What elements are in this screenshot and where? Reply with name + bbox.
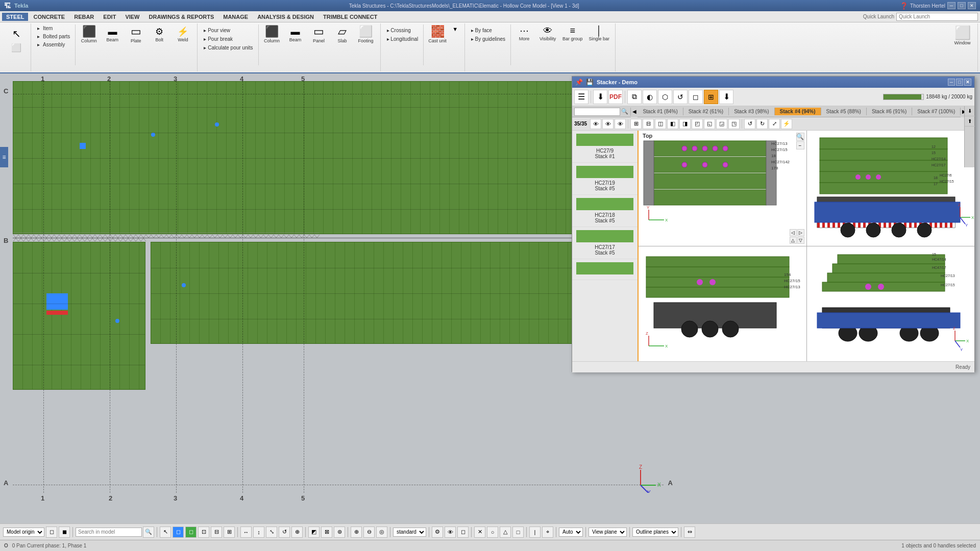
tb-btn-17[interactable]: 👁 [445, 527, 456, 538]
ribbon-side-item[interactable]: ▸ Item [34, 24, 73, 32]
stacker-search-icon[interactable]: 🔍 [621, 108, 628, 115]
tb-select-blue[interactable]: ◻ [173, 527, 184, 538]
help-icon[interactable]: ❓ [900, 2, 908, 10]
menu-item-manage[interactable]: MANAGE [219, 13, 252, 21]
stacker-pin-icon[interactable]: 📌 [575, 79, 583, 86]
stacker-restore-btn[interactable]: □ [956, 79, 963, 86]
pan-left-btn[interactable]: ◁ [790, 229, 797, 236]
ribbon-btn-bargroup[interactable]: ≡ Bar group [560, 24, 585, 43]
tb-btn-6[interactable]: ↕ [253, 527, 264, 538]
search-btn[interactable]: 🔍 [143, 527, 154, 538]
stack-tab-3[interactable]: Stack #3 (98%) [729, 108, 774, 115]
view-panel-top-right[interactable]: HC27/6 HC27/15 HC27/17 HC27/14 15 12 18 … [807, 131, 975, 246]
list-item[interactable]: HC27/17Stack #5 [572, 227, 638, 259]
menu-item-view[interactable]: VIEW [121, 13, 143, 21]
tb-btn-13[interactable]: ⊕ [351, 527, 362, 538]
ribbon-btn-weld[interactable]: ⚡ Weld [172, 24, 194, 45]
menu-item-rebar[interactable]: REBAR [70, 13, 98, 21]
search-input[interactable] [76, 528, 142, 537]
tb-btn-12[interactable]: ⊛ [334, 527, 345, 538]
icon-btn-view1[interactable]: ◫ [655, 119, 666, 129]
stack-tab-4[interactable]: Stack #4 (94%) [775, 108, 821, 115]
stacker-save-icon[interactable]: 💾 [586, 79, 594, 86]
menu-item-edit[interactable]: EDIT [99, 13, 120, 21]
ribbon-longitudinal[interactable]: ▸ Longitudinal [384, 35, 422, 43]
ribbon-btn-column2[interactable]: ⬛ Column [261, 24, 283, 45]
ribbon-pour-break[interactable]: ▸ Pour break [201, 35, 256, 43]
icon-btn-action1[interactable]: ↺ [744, 119, 755, 129]
tb-select-ptr[interactable]: ↖ [160, 527, 171, 538]
right-panel-btn-1[interactable]: ⬇ [965, 106, 975, 116]
stack-tab-6[interactable]: Stack #6 (91%) [867, 108, 912, 115]
tb-btn-19[interactable]: ✕ [474, 527, 485, 538]
close-btn[interactable]: ✕ [968, 2, 976, 9]
stack-tab-7[interactable]: Stack #7 (100%) [912, 108, 961, 115]
minimize-btn[interactable]: ─ [947, 2, 955, 9]
ribbon-btn-column[interactable]: ⬛ Column [78, 24, 100, 45]
ribbon-by-guidelines[interactable]: ▸ By guidelines [468, 35, 508, 43]
ribbon-btn-window[interactable]: ⬜ Window [951, 24, 974, 47]
ribbon-btn-singlebar[interactable]: │ Single bar [586, 24, 612, 43]
icon-btn-view7[interactable]: ◳ [728, 119, 740, 129]
ribbon-btn-plate[interactable]: ▭ Plate [125, 24, 147, 45]
ribbon-side-assembly[interactable]: ▸ Assembly [34, 41, 73, 48]
view-panel-bottom-left[interactable]: HC27/15 HC27/13 154 X Z [639, 246, 806, 362]
ribbon-btn-visibility[interactable]: 👁 Visibility [536, 24, 559, 43]
ribbon-crossing[interactable]: ▸ Crossing [384, 27, 422, 34]
view-plane-select[interactable]: View plane [589, 528, 627, 537]
tb-btn-3[interactable]: ⊟ [211, 527, 222, 538]
stacker-3d-btn[interactable]: ⬡ [658, 90, 672, 104]
tb-btn-10[interactable]: ◩ [308, 527, 320, 538]
menu-item-steel[interactable]: STEEL [2, 13, 28, 21]
tb-btn-14[interactable]: ⊖ [363, 527, 375, 538]
ribbon-btn-beam2[interactable]: ▬ Beam [284, 24, 307, 45]
tb-btn-4[interactable]: ⊞ [224, 527, 235, 538]
pan-up-btn[interactable]: △ [790, 237, 797, 244]
tb-select-box[interactable]: ⊡ [198, 527, 209, 538]
icon-btn-view4[interactable]: ◰ [692, 119, 703, 129]
ribbon-btn-beam[interactable]: ▬ Beam [101, 24, 124, 45]
stacker-layer-up-btn[interactable]: ◐ [643, 90, 657, 104]
standard-select[interactable]: standard [393, 528, 426, 537]
stacker-menu-btn[interactable]: ☰ [574, 90, 589, 104]
list-item[interactable]: HC27/9Stack #1 [572, 131, 638, 163]
stack-tab-1[interactable]: Stack #1 (84%) [638, 108, 683, 115]
list-item[interactable]: HC27/19Stack #5 [572, 163, 638, 195]
tb-small-btn-2[interactable]: ◼ [59, 527, 70, 538]
tb-btn-18[interactable]: ◻ [457, 527, 469, 538]
stacker-close-btn[interactable]: ✕ [964, 79, 971, 86]
ribbon-btn-item-sub[interactable]: ▼ [449, 24, 461, 34]
stacker-cube-btn[interactable]: ◻ [689, 90, 703, 104]
ribbon-btn-footing[interactable]: ⬜ Footing [355, 24, 377, 45]
outline-planes-select[interactable]: Outline planes [632, 528, 678, 537]
stack-tab-5[interactable]: Stack #5 (88%) [821, 108, 867, 115]
tb-btn-25[interactable]: ⇔ [684, 527, 695, 538]
icon-btn-view5[interactable]: ◱ [704, 119, 715, 129]
auto-select[interactable]: Auto [559, 528, 583, 537]
ribbon-btn-more[interactable]: ⋯ More [513, 24, 535, 43]
icon-btn-action3[interactable]: ⤢ [769, 119, 780, 129]
stack-tab-nav-left[interactable]: ◀ [631, 106, 638, 117]
stacker-rotate-btn[interactable]: ↺ [673, 90, 688, 104]
icon-btn-eye2[interactable]: 👁 [602, 119, 614, 129]
ribbon-btn-slab[interactable]: ▱ Slab [331, 24, 354, 45]
pan-right-btn[interactable]: ▷ [797, 229, 804, 236]
stack-tab-2[interactable]: Stack #2 (61%) [683, 108, 729, 115]
tb-btn-5[interactable]: ↔ [240, 527, 252, 538]
stacker-pdf-btn[interactable]: PDF [608, 90, 623, 104]
view-panel-bottom-right[interactable]: HC27/15 HC27/13 HC47/17 HC47/14 15 X Z Y [807, 246, 975, 362]
ribbon-pour-view[interactable]: ▸ Pour view [201, 27, 256, 34]
ribbon-btn-panel[interactable]: ▭ Panel [308, 24, 330, 45]
tb-btn-11[interactable]: ⊠ [321, 527, 332, 538]
tb-btn-21[interactable]: △ [500, 527, 511, 538]
icon-btn-grid[interactable]: ⊞ [630, 119, 642, 129]
ribbon-calculate-pour[interactable]: ▸ Calculate pour units [201, 44, 256, 52]
pan-down-btn[interactable]: ▽ [797, 237, 804, 244]
list-item[interactable] [572, 259, 638, 280]
stacker-grid-btn[interactable]: ⊞ [704, 90, 718, 104]
ribbon-btn-select-box[interactable]: ⬜ [5, 42, 28, 54]
tb-btn-22[interactable]: □ [512, 527, 524, 538]
tb-btn-24[interactable]: ⌖ [542, 527, 553, 538]
ribbon-btn-select-arrow[interactable]: ↖ [5, 27, 28, 41]
right-panel-btn-2[interactable]: ⬆ [965, 116, 975, 127]
